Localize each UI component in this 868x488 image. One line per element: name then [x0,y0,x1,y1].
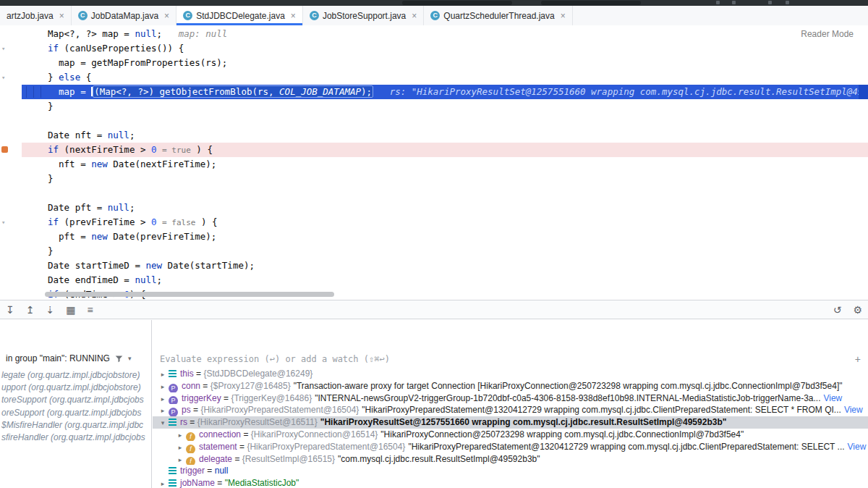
variable-icon [169,370,176,378]
view-link[interactable]: View [823,393,842,403]
menubar-decoration [768,1,772,4]
add-watch-icon[interactable]: + [855,350,861,368]
expander-icon[interactable]: ▸ [158,393,167,405]
menubar-decoration [786,1,789,4]
variable-name: conn [182,381,200,391]
variable-value: "Transaction-aware proxy for target Conn… [294,381,843,391]
variable-type-ref: {TriggerKey@16486} [231,393,312,403]
equals-sign: = [221,393,231,403]
variable-name: statement [199,442,237,452]
tab-label: JobDataMap.java [91,11,158,21]
code-token: = false [162,218,195,227]
variable-row[interactable]: ▸fconnection = {HikariProxyConnection@16… [153,429,868,441]
editor-tab[interactable]: CStdJDBCDelegate.java× [176,6,303,25]
variable-row[interactable]: trigger = null [153,465,868,477]
code-line: ▾if (canUseProperties()) { [0,41,868,56]
variable-value: "MediaStatisticJob" [225,478,299,488]
settings-icon[interactable]: ⚙ [853,304,862,316]
equals-sign: = [191,405,201,415]
equals-sign: = [215,478,225,488]
variable-row[interactable]: ▸fstatement = {HikariProxyPreparedStatem… [153,441,868,453]
code-token: } [48,245,54,256]
variable-icon [169,418,176,426]
debug-toolbar-right: ↺⚙ [833,304,862,316]
breakpoint-marker[interactable] [1,146,8,153]
variable-icon [169,479,176,487]
editor[interactable]: Map<?, ?> map = null; map: null▾if (canU… [0,25,868,300]
thread-label: in group "main": RUNNING [6,353,110,363]
variable-type-ref: {HikariProxyResultSet@16511} [197,417,318,427]
editor-tab[interactable]: artzJob.java× [0,6,72,25]
code-token: new [91,231,108,242]
view-link[interactable]: View [844,405,863,415]
thread-dropdown-caret[interactable]: ▾ [128,355,132,362]
code-line: ▾if (prevFireTime > 0 = false ) { [0,215,868,230]
code-line: nft = new Date(nextFireTime); [0,157,868,172]
expander-icon[interactable]: ▸ [176,429,184,441]
equals-sign: = [205,466,215,476]
reader-mode-button[interactable]: Reader Mode [801,29,854,39]
frames-panel: in group "main": RUNNING ▾ legate (org.q… [0,320,152,488]
code-token: Date(startTime); [162,260,255,271]
editor-tab[interactable]: CJobDataMap.java× [72,6,176,25]
filter-icon[interactable] [115,355,123,363]
expander-icon[interactable]: ▸ [158,478,167,488]
code-token: Date nft = [48,130,108,140]
indent-guide [26,86,27,98]
debug-toolbar-left: ↧↥⇣▦≡ [6,304,93,316]
expander-icon[interactable]: ▸ [158,369,167,380]
variable-row[interactable]: ▸fdelegate = {ResultSetImpl@16515}"com.m… [153,453,868,466]
stack-frame-item[interactable]: upport (org.quartz.impl.jdbcjobstore) [0,382,151,394]
expander-icon[interactable]: ▸ [176,442,184,453]
indent-guide [33,86,34,98]
variable-row[interactable]: ▸PtriggerKey = {TriggerKey@16486}"INTERN… [153,392,868,405]
tab-close-icon[interactable]: × [164,11,169,21]
variable-row[interactable]: ▸jobName = "MediaStatisticJob" [153,477,868,488]
variable-row[interactable]: ▾rs = {HikariProxyResultSet@16511}"Hikar… [153,416,868,429]
expander-icon[interactable]: ▸ [158,381,167,392]
variable-row[interactable]: ▸Pps = {HikariProxyPreparedStatement@165… [153,404,868,416]
code-token: map = getMapFromProperties(rs); [48,57,227,68]
code-token [157,216,163,227]
code-token: if [48,144,59,155]
variable-row[interactable]: ▸this = {StdJDBCDelegate@16249} [153,368,868,380]
variable-name: connection [199,429,241,439]
tab-close-icon[interactable]: × [561,11,566,21]
equals-sign: = [187,417,197,427]
variable-name: triggerKey [182,393,221,403]
stack-frame-item[interactable]: $MisfireHandler (org.quartz.impl.jdbc [0,419,151,432]
stack-frame-item[interactable]: legate (org.quartz.impl.jdbcjobstore) [0,369,151,382]
step-out-icon[interactable]: ↥ [26,304,35,316]
frames-list: legate (org.quartz.impl.jdbcjobstore)upp… [0,369,151,444]
expander-icon[interactable]: ▸ [176,454,184,466]
threads-view-icon[interactable]: ≡ [87,304,93,316]
step-into-icon[interactable]: ↧ [6,304,14,316]
field-icon: f [186,445,195,453]
fold-chevron-icon[interactable]: ▾ [1,215,5,230]
class-icon: C [78,11,88,20]
expander-icon[interactable]: ▾ [158,417,167,429]
stack-frame-item[interactable]: oreSupport (org.quartz.impl.jdbcjobs [0,407,151,419]
tab-close-icon[interactable]: × [59,11,64,21]
variable-type-ref: {StdJDBCDelegate@16249} [203,369,312,379]
tab-close-icon[interactable]: × [412,11,417,21]
force-step-into-icon[interactable]: ⇣ [46,304,54,316]
editor-tab[interactable]: CJobStoreSupport.java× [303,6,424,25]
variable-row[interactable]: ▸Pconn = {$Proxy127@16485}"Transaction-a… [153,380,868,392]
stack-frame-item[interactable]: sfireHandler (org.quartz.impl.jdbcjobs [0,432,151,444]
variable-type-ref: {ResultSetImpl@16515} [242,454,335,464]
expander-icon[interactable]: ▸ [158,405,167,416]
editor-tab[interactable]: CQuartzSchedulerThread.java× [424,6,572,25]
menubar-decoration [541,1,641,5]
view-breakpoints-icon[interactable]: ▦ [66,304,75,316]
code-token: = true [162,146,191,155]
restore-layout-icon[interactable]: ↺ [833,304,842,316]
code-line: } [0,172,868,186]
fold-chevron-icon[interactable]: ▾ [1,41,5,56]
stack-frame-item[interactable]: toreSupport (org.quartz.impl.jdbcjobs [0,394,151,406]
tab-close-icon[interactable]: × [291,11,296,21]
fold-chevron-icon[interactable]: ▾ [1,70,5,85]
horizontal-scrollbar[interactable] [45,292,334,297]
evaluate-expression-bar[interactable]: Evaluate expression (↩) or add a watch (… [153,350,868,368]
view-link[interactable]: View [848,442,867,452]
